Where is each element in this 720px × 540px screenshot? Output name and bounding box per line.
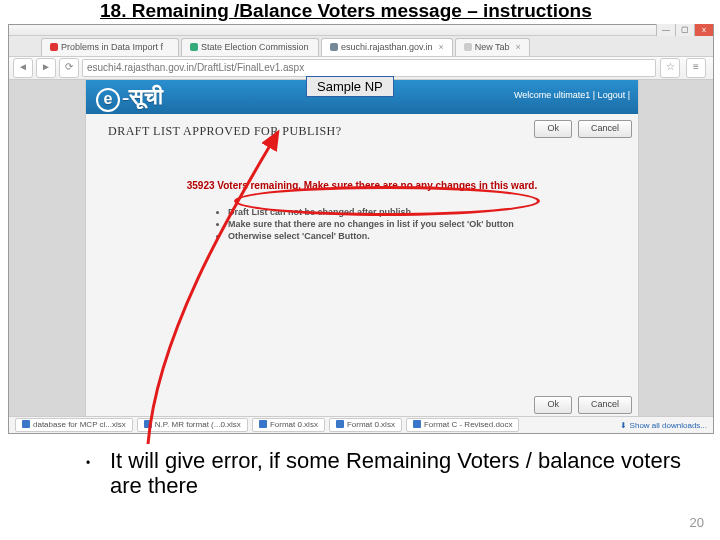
ok-button-top[interactable]: Ok	[534, 120, 572, 138]
page-number: 20	[690, 515, 704, 530]
instruction-item: Otherwise select 'Cancel' Button.	[228, 231, 616, 241]
file-icon	[259, 420, 267, 428]
forward-button[interactable]: ►	[36, 58, 56, 78]
instruction-list: Draft List can not be changed after publ…	[228, 207, 616, 241]
cancel-button-bottom[interactable]: Cancel	[578, 396, 632, 414]
menu-icon[interactable]: ≡	[686, 58, 706, 78]
maximize-button[interactable]: ▢	[675, 24, 694, 36]
url-field[interactable]: esuchi4.rajasthan.gov.in/DraftList/Final…	[82, 59, 656, 77]
cancel-button-top[interactable]: Cancel	[578, 120, 632, 138]
file-icon	[336, 420, 344, 428]
tab-strip: Problems in Data Import f×State Election…	[9, 36, 713, 57]
caption-text: It will give error, if some Remaining Vo…	[110, 448, 700, 499]
viewport: e-सूची Welcome ultimate1 | Logout | Ok C…	[9, 80, 713, 420]
instruction-item: Draft List can not be changed after publ…	[228, 207, 616, 217]
back-button[interactable]: ◄	[13, 58, 33, 78]
browser-tab[interactable]: New Tab×	[455, 38, 530, 56]
download-item[interactable]: Format C - Revised.docx	[406, 418, 519, 432]
browser-tab[interactable]: Problems in Data Import f×	[41, 38, 179, 56]
browser-tab[interactable]: esuchi.rajasthan.gov.in×	[321, 38, 453, 56]
star-icon[interactable]: ☆	[660, 58, 680, 78]
welcome-text: Welcome ultimate1 | Logout |	[514, 90, 630, 100]
download-item[interactable]: N.P. MR format (...0.xlsx	[137, 418, 248, 432]
app-frame: e-सूची Welcome ultimate1 | Logout | Ok C…	[85, 80, 639, 420]
download-item[interactable]: database for MCP cl...xlsx	[15, 418, 133, 432]
window-title-bar: — ▢ x	[9, 25, 713, 36]
minimize-button[interactable]: —	[656, 24, 675, 36]
download-item[interactable]: Format 0.xlsx	[329, 418, 402, 432]
ok-button-bottom[interactable]: Ok	[534, 396, 572, 414]
file-icon	[22, 420, 30, 428]
bullet-icon: •	[86, 456, 90, 470]
download-item[interactable]: Format 0.xlsx	[252, 418, 325, 432]
file-icon	[413, 420, 421, 428]
app-logo: e-सूची	[96, 84, 163, 112]
instruction-item: Make sure that there are no changes in l…	[228, 219, 616, 229]
reload-button[interactable]: ⟳	[59, 58, 79, 78]
sample-np-callout: Sample NP	[306, 76, 394, 97]
browser-tab[interactable]: State Election Commission×	[181, 38, 319, 56]
downloads-bar: database for MCP cl...xlsxN.P. MR format…	[9, 416, 713, 433]
show-all-downloads[interactable]: ⬇ Show all downloads...	[620, 421, 707, 430]
file-icon	[144, 420, 152, 428]
warning-message: 35923 Voters remaining. Make sure there …	[187, 180, 538, 191]
close-button[interactable]: x	[694, 24, 713, 36]
